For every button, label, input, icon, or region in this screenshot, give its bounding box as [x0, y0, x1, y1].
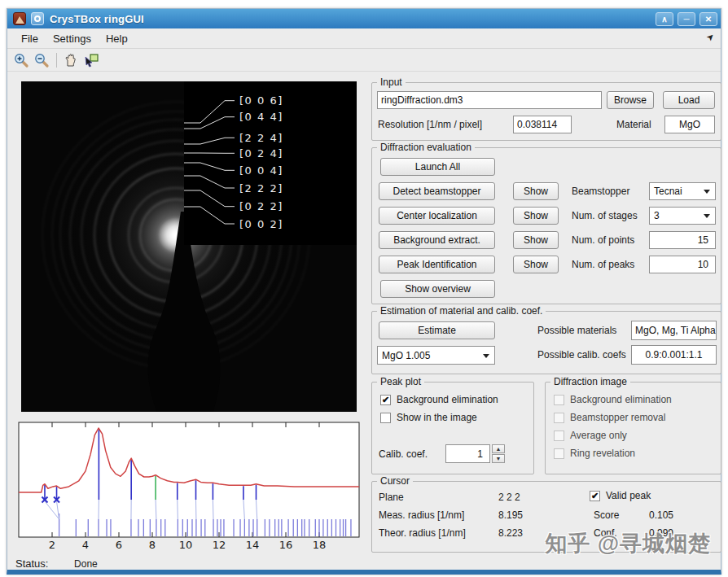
possible-materials-input[interactable]: MgO, Mg, Ti Alpha: [631, 321, 717, 340]
param-combo-1[interactable]: 3: [649, 207, 716, 225]
param-label-1: Num. of stages: [572, 210, 638, 221]
x-tick-label: 2: [49, 539, 55, 551]
resolution-label: Resolution [1/nm / pixel]: [378, 119, 482, 130]
ring-label-0: [0 0 6]: [239, 94, 283, 107]
valid-peak-label: Valid peak: [606, 490, 651, 501]
checkbox-average-only: [554, 431, 564, 441]
zoom-in-icon[interactable]: [11, 51, 31, 69]
x-tick-label: 10: [179, 539, 193, 551]
checkbox-ring-revelation: [554, 448, 564, 459]
action-button-detect-beamstopper[interactable]: Detect beamstopper: [379, 182, 495, 200]
checkbox-label: Average only: [570, 430, 627, 441]
app-window: CrysTBox ringGUI ∧ ─ ✕ File Settings Hel…: [7, 8, 721, 575]
load-button[interactable]: Load: [663, 91, 715, 109]
menu-settings[interactable]: Settings: [46, 30, 99, 47]
ring-label-1: [0 4 4]: [239, 111, 283, 123]
evaluation-group-title: Diffraction evaluation: [377, 142, 475, 153]
close-button[interactable]: ✕: [699, 12, 717, 26]
param-input-2[interactable]: 15: [649, 231, 716, 249]
x-tick-label: 4: [82, 539, 89, 551]
minimize-button[interactable]: ─: [678, 12, 695, 26]
watermark: 知乎 @寻城烟楚: [545, 529, 711, 558]
checkbox-label: Beamstopper removal: [570, 412, 665, 423]
data-cursor-icon[interactable]: [81, 51, 101, 69]
param-label-2: Num. of points: [572, 234, 634, 246]
action-button-peak-identification[interactable]: Peak Identification: [379, 256, 495, 273]
status-label: Status:: [15, 557, 48, 570]
param-label-0: Beamstopper: [572, 186, 629, 197]
checkbox-background-elimination[interactable]: [380, 395, 391, 405]
evaluation-group: Diffraction evaluation Launch All Detect…: [371, 147, 721, 304]
param-combo-0[interactable]: Tecnai: [649, 182, 716, 200]
possible-materials-label: Possible materials: [537, 325, 616, 336]
launch-all-button[interactable]: Launch All: [380, 158, 495, 176]
calib-coef-input[interactable]: 1: [445, 444, 490, 463]
valid-peak-checkbox[interactable]: [590, 491, 600, 501]
show-overview-button[interactable]: Show overview: [380, 280, 495, 298]
ring-label-5: [2 2 2]: [239, 182, 283, 195]
show-button-2[interactable]: Show: [513, 231, 559, 249]
menu-file[interactable]: File: [14, 30, 46, 47]
action-button-center-localization[interactable]: Center localization: [379, 207, 495, 225]
peak-plot-options-group: Peak plot Background eliminationShow in …: [371, 382, 534, 474]
stepper-down-icon[interactable]: ▼: [492, 454, 505, 463]
show-button-3[interactable]: Show: [513, 256, 559, 273]
filename-input[interactable]: ringDiffraction.dm3: [377, 91, 602, 109]
param-label-3: Num. of peaks: [572, 259, 634, 270]
menu-help[interactable]: Help: [99, 30, 135, 47]
estimate-button[interactable]: Estimate: [379, 321, 495, 339]
checkbox-row-background-elimination: Background elimination: [554, 394, 672, 405]
browse-button[interactable]: Browse: [607, 91, 654, 109]
checkbox-label: Show in the image: [397, 412, 477, 423]
diffraction-image-panel[interactable]: [0 0 6][0 4 4][2 2 4][0 2 4][0 0 4][2 2 …: [21, 81, 357, 412]
ring-label-7: [0 0 2]: [239, 218, 283, 230]
checkbox-row-average-only: Average only: [554, 430, 627, 441]
x-tick-label: 12: [213, 539, 226, 551]
stepper-up-icon[interactable]: ▲: [492, 444, 505, 453]
shade-button[interactable]: ∧: [656, 12, 673, 26]
estimation-group-title: Estimation of material and calib. coef.: [377, 305, 546, 317]
checkbox-background-elimination: [554, 395, 564, 405]
checkbox-beamstopper-removal: [554, 413, 564, 423]
resolution-input[interactable]: 0.038114: [513, 116, 572, 133]
window-title: CrysTBox ringGUI: [50, 13, 651, 25]
valid-peak-checkbox-row[interactable]: Valid peak: [590, 490, 651, 501]
peak-plot-canvas[interactable]: 24681012141618: [17, 421, 362, 553]
calib-coef-stepper[interactable]: ▲ ▼: [492, 444, 505, 463]
meas-radius-label: Meas. radius [1/nm]: [379, 509, 464, 521]
app-icon: [13, 12, 26, 25]
peak-plot-options-title: Peak plot: [377, 376, 424, 387]
pan-hand-icon[interactable]: [61, 51, 81, 69]
peak-plot-panel[interactable]: 24681012141618: [17, 421, 362, 553]
toolbar-separator: [56, 53, 57, 68]
action-button-background-extract-[interactable]: Background extract.: [379, 231, 495, 249]
checkbox-label: Background elimination: [397, 394, 498, 405]
status-bar: Status: Done: [15, 557, 98, 570]
estimation-result-combo[interactable]: MgO 1.005: [377, 346, 495, 365]
show-button-1[interactable]: Show: [513, 207, 559, 225]
zoom-out-icon[interactable]: [32, 51, 51, 69]
x-tick-label: 14: [246, 539, 260, 551]
checkbox-show-in-the-image[interactable]: [380, 413, 391, 423]
show-button-0[interactable]: Show: [513, 182, 559, 200]
diffraction-image[interactable]: [0 0 6][0 4 4][2 2 4][0 2 4][0 0 4][2 2 …: [21, 81, 357, 412]
diffraction-image-options-group: Diffraction image Background elimination…: [545, 382, 721, 474]
checkbox-row-show-in-the-image[interactable]: Show in the image: [380, 412, 477, 423]
calib-coef-label: Calib. coef.: [379, 448, 428, 460]
menu-corner-arrow-icon[interactable]: ➤: [704, 31, 717, 44]
plane-label: Plane: [379, 492, 404, 503]
score-label: Score: [594, 509, 619, 521]
possible-coefs-input[interactable]: 0.9:0.001:1.1: [631, 345, 717, 365]
title-bar[interactable]: CrysTBox ringGUI ∧ ─ ✕: [7, 9, 721, 28]
x-tick-label: 18: [313, 539, 327, 551]
x-tick-label: 8: [149, 539, 156, 551]
material-input[interactable]: MgO: [664, 116, 715, 133]
param-input-3[interactable]: 10: [649, 256, 716, 273]
theor-radius-label: Theor. radius [1/nm]: [379, 527, 466, 539]
status-value: Done: [74, 558, 98, 570]
material-label: Material: [616, 119, 651, 130]
diffraction-image-options-title: Diffraction image: [550, 376, 630, 387]
checkbox-row-background-elimination[interactable]: Background elimination: [380, 394, 498, 405]
ring-gui-icon: [31, 12, 44, 25]
plane-value: 2 2 2: [498, 492, 520, 503]
